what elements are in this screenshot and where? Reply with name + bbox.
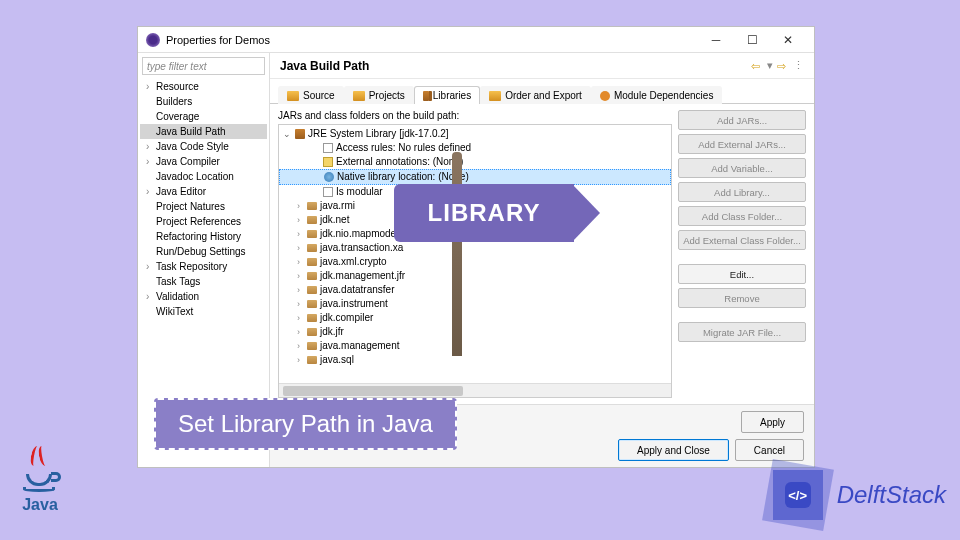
add-external-jars-button: Add External JARs... [678, 134, 806, 154]
history-icon[interactable]: ▾ [767, 59, 773, 72]
package-icon [307, 328, 317, 336]
java-logo: Java [8, 452, 72, 532]
library-signpost-graphic: LIBRARY [452, 156, 462, 356]
package-icon [307, 342, 317, 350]
nav-item-java-editor[interactable]: Java Editor [140, 184, 267, 199]
add-jars-button: Add JARs... [678, 110, 806, 130]
menu-icon[interactable]: ⋮ [793, 59, 804, 72]
package-icon [307, 244, 317, 252]
tab-label: Order and Export [505, 90, 582, 101]
ic-libraries-icon [423, 91, 429, 101]
nav-item-refactoring-history[interactable]: Refactoring History [140, 229, 267, 244]
jar-tree[interactable]: ⌄ JRE System Library [jdk-17.0.2] Access… [278, 124, 672, 398]
maximize-button[interactable]: ☐ [734, 29, 770, 51]
tabbar: SourceProjectsLibrariesOrder and ExportM… [270, 79, 814, 104]
nav-item-task-tags[interactable]: Task Tags [140, 274, 267, 289]
nav-item-java-build-path[interactable]: Java Build Path [140, 124, 267, 139]
nav-item-javadoc-location[interactable]: Javadoc Location [140, 169, 267, 184]
cancel-button[interactable]: Cancel [735, 439, 804, 461]
nav-item-project-natures[interactable]: Project Natures [140, 199, 267, 214]
package-icon [307, 258, 317, 266]
package-icon [307, 300, 317, 308]
add-class-folder-button: Add Class Folder... [678, 206, 806, 226]
tab-source[interactable]: Source [278, 86, 344, 104]
nav-item-builders[interactable]: Builders [140, 94, 267, 109]
steam-icon [31, 446, 49, 470]
delft-label: DelftStack [837, 481, 946, 509]
library-icon [295, 129, 305, 139]
tab-label: Source [303, 90, 335, 101]
tree-package[interactable]: › java.datatransfer [279, 283, 671, 297]
tree-package[interactable]: › jdk.compiler [279, 311, 671, 325]
minimize-button[interactable]: ─ [698, 29, 734, 51]
file-icon [323, 187, 333, 197]
page-title: Java Build Path [280, 59, 751, 73]
tree-package[interactable]: › jdk.jfr [279, 325, 671, 339]
edit-button[interactable]: Edit... [678, 264, 806, 284]
ic-order-icon [489, 91, 501, 101]
nav-item-java-code-style[interactable]: Java Code Style [140, 139, 267, 154]
ic-source-icon [287, 91, 299, 101]
ic-projects-icon [353, 91, 365, 101]
apply-button[interactable]: Apply [741, 411, 804, 433]
tree-prop[interactable]: Access rules: No rules defined [279, 141, 671, 155]
globe-icon [324, 172, 334, 182]
apply-and-close-button[interactable]: Apply and Close [618, 439, 729, 461]
delftstack-logo: </> DelftStack [767, 464, 946, 526]
nav-item-resource[interactable]: Resource [140, 79, 267, 94]
header-nav-arrows: ⇦ ▾ ⇨ ⋮ [751, 59, 804, 72]
add-external-class-folder-button: Add External Class Folder... [678, 230, 806, 250]
nav-item-validation[interactable]: Validation [140, 289, 267, 304]
filter-input[interactable]: type filter text [142, 57, 265, 75]
package-icon [307, 286, 317, 294]
sign-label: LIBRARY [394, 184, 574, 242]
main-header: Java Build Path ⇦ ▾ ⇨ ⋮ [270, 53, 814, 79]
tab-label: Projects [369, 90, 405, 101]
note-icon [323, 157, 333, 167]
delft-core-icon: </> [785, 482, 811, 508]
tree-prop[interactable]: External annotations: (None) [279, 155, 671, 169]
tab-order-and-export[interactable]: Order and Export [480, 86, 591, 104]
horizontal-scrollbar[interactable] [279, 383, 671, 397]
tab-label: Libraries [433, 90, 471, 101]
add-variable-button: Add Variable... [678, 158, 806, 178]
eclipse-icon [146, 33, 160, 47]
nav-item-run-debug-settings[interactable]: Run/Debug Settings [140, 244, 267, 259]
tree-package[interactable]: › java.xml.crypto [279, 255, 671, 269]
package-icon [307, 272, 317, 280]
back-icon[interactable]: ⇦ [751, 60, 763, 72]
tree-package[interactable]: › java.sql [279, 353, 671, 367]
migrate-jar-file-button: Migrate JAR File... [678, 322, 806, 342]
nav-item-wikitext[interactable]: WikiText [140, 304, 267, 319]
nav-item-java-compiler[interactable]: Java Compiler [140, 154, 267, 169]
article-title-overlay: Set Library Path in Java [154, 398, 457, 450]
tab-module-dependencies[interactable]: Module Dependencies [591, 86, 723, 104]
package-icon [307, 230, 317, 238]
nav-item-coverage[interactable]: Coverage [140, 109, 267, 124]
side-button-column: Add JARs...Add External JARs...Add Varia… [678, 110, 806, 398]
tree-package[interactable]: › java.management [279, 339, 671, 353]
file-icon [323, 143, 333, 153]
add-library-button: Add Library... [678, 182, 806, 202]
titlebar[interactable]: Properties for Demos ─ ☐ ✕ [138, 27, 814, 53]
tree-package[interactable]: › jdk.management.jfr [279, 269, 671, 283]
package-icon [307, 356, 317, 364]
tab-label: Module Dependencies [614, 90, 714, 101]
package-icon [307, 202, 317, 210]
content-left: JARs and class folders on the build path… [278, 110, 672, 398]
tree-package[interactable]: › java.transaction.xa [279, 241, 671, 255]
ic-module-icon [600, 91, 610, 101]
tab-projects[interactable]: Projects [344, 86, 414, 104]
tree-prop[interactable]: Native library location: (None) [279, 169, 671, 185]
package-icon [307, 314, 317, 322]
nav-item-project-references[interactable]: Project References [140, 214, 267, 229]
content-area: JARs and class folders on the build path… [270, 104, 814, 404]
tree-package[interactable]: › java.instrument [279, 297, 671, 311]
nav-item-task-repository[interactable]: Task Repository [140, 259, 267, 274]
jars-label: JARs and class folders on the build path… [278, 110, 672, 121]
tree-root[interactable]: ⌄ JRE System Library [jdk-17.0.2] [279, 127, 671, 141]
forward-icon[interactable]: ⇨ [777, 60, 789, 72]
close-button[interactable]: ✕ [770, 29, 806, 51]
window-title: Properties for Demos [166, 34, 698, 46]
tab-libraries[interactable]: Libraries [414, 86, 480, 104]
